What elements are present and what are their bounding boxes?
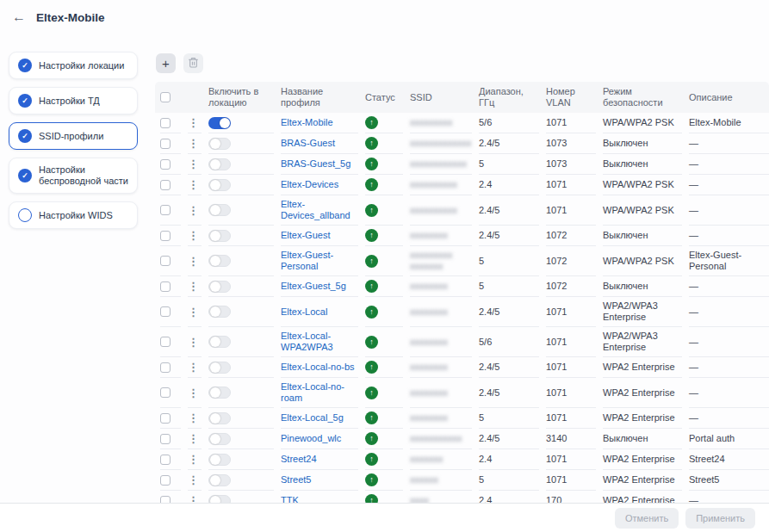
row-checkbox[interactable] <box>160 434 171 444</box>
table-row: ⋮Street24↑xxxxxxx2.41071WPA2 EnterpriseS… <box>155 449 769 470</box>
enable-in-location-toggle[interactable] <box>208 433 231 445</box>
profile-name-link[interactable]: Eltex-Mobile <box>281 117 333 128</box>
profile-name-link[interactable]: Eltex-Local-no-roam <box>281 381 358 404</box>
ssid-value-redacted: xxxxxxxxxxx <box>410 433 462 444</box>
row-checkbox[interactable] <box>160 362 171 373</box>
apply-button[interactable]: Применить <box>685 508 755 529</box>
profile-name-link[interactable]: Eltex-Local_5g <box>281 412 344 424</box>
status-up-icon: ↑ <box>365 137 378 150</box>
row-menu-icon[interactable]: ⋮ <box>188 362 199 373</box>
enable-in-location-toggle[interactable] <box>208 204 231 216</box>
profile-name-link[interactable]: Eltex-Local-WPA2WPA3 <box>281 331 358 353</box>
description-value: — <box>689 378 769 408</box>
row-checkbox[interactable] <box>160 455 171 465</box>
row-menu-icon[interactable]: ⋮ <box>188 205 199 216</box>
row-menu-icon[interactable]: ⋮ <box>188 433 199 444</box>
enable-in-location-toggle[interactable] <box>208 454 231 466</box>
profile-name-link[interactable]: Street5 <box>281 474 311 486</box>
enable-in-location-toggle[interactable] <box>208 412 231 424</box>
row-checkbox[interactable] <box>160 118 171 128</box>
band-value: 5 <box>479 246 539 276</box>
enable-in-location-toggle[interactable] <box>208 362 231 374</box>
profile-name-link[interactable]: Eltex-Guest-Personal <box>281 250 358 272</box>
profile-name-link[interactable]: Eltex-Devices_allband <box>281 199 358 221</box>
profile-name-link[interactable]: Pinewood_wlc <box>281 433 341 444</box>
ssid-value-redacted: xxxxxx <box>410 474 438 486</box>
band-value: 2.4/5 <box>479 429 539 449</box>
enable-in-location-toggle[interactable] <box>208 387 231 399</box>
enable-in-location-toggle[interactable] <box>208 230 231 242</box>
select-all-checkbox[interactable] <box>160 92 171 102</box>
profile-name-link[interactable]: Eltex-Devices <box>281 179 338 190</box>
toggle-knob <box>210 455 220 465</box>
row-menu-icon[interactable]: ⋮ <box>188 230 199 241</box>
enable-in-location-toggle[interactable] <box>208 255 231 267</box>
toggle-knob <box>210 413 220 424</box>
profile-name-link[interactable]: Eltex-Local-no-bs <box>281 362 355 373</box>
enable-in-location-toggle[interactable] <box>208 138 231 150</box>
ssid-value-redacted: xxxxxxx <box>410 454 443 465</box>
column-vlan: Номер VLAN <box>546 82 596 113</box>
row-checkbox[interactable] <box>160 159 171 170</box>
vlan-value: 1071 <box>546 357 596 378</box>
profile-name-link[interactable]: Eltex-Guest <box>281 230 330 241</box>
ssid-value-redacted: xxxxxxxx <box>410 387 448 399</box>
profile-name-link[interactable]: BRAS-Guest_5g <box>281 158 350 170</box>
ssid-value-redacted: xxxxxxxxx <box>410 117 453 128</box>
sidebar-step-label: Настройки ТД <box>39 96 100 107</box>
enable-in-location-toggle[interactable] <box>208 474 231 486</box>
row-menu-icon[interactable]: ⋮ <box>188 474 199 486</box>
enable-in-location-toggle[interactable] <box>208 336 231 348</box>
row-menu-icon[interactable]: ⋮ <box>188 158 199 170</box>
security-mode-value: Выключен <box>603 154 682 175</box>
row-menu-icon[interactable]: ⋮ <box>188 117 199 128</box>
row-checkbox[interactable] <box>160 231 171 241</box>
enable-in-location-toggle[interactable] <box>208 306 231 318</box>
status-up-icon: ↑ <box>365 229 378 242</box>
row-menu-icon[interactable]: ⋮ <box>188 179 199 190</box>
profile-name-link[interactable]: Eltex-Guest_5g <box>281 281 346 292</box>
sidebar-step-2[interactable]: ✓Настройки ТД <box>9 87 138 114</box>
vlan-value: 3140 <box>546 429 596 449</box>
band-value: 5 <box>479 470 539 491</box>
enable-in-location-toggle[interactable] <box>208 281 231 293</box>
row-menu-icon[interactable]: ⋮ <box>188 387 199 399</box>
row-menu-icon[interactable]: ⋮ <box>188 256 199 267</box>
sidebar-step-3[interactable]: ✓SSID-профили <box>9 122 138 150</box>
add-profile-button[interactable]: + <box>156 53 176 73</box>
row-checkbox[interactable] <box>160 139 171 149</box>
row-checkbox[interactable] <box>160 387 171 398</box>
row-checkbox[interactable] <box>160 306 171 317</box>
row-menu-icon[interactable]: ⋮ <box>188 306 199 318</box>
enable-in-location-toggle[interactable] <box>208 158 231 170</box>
cancel-button[interactable]: Отменить <box>615 508 679 529</box>
profile-name-link[interactable]: BRAS-Guest <box>281 138 335 149</box>
sidebar-step-1[interactable]: ✓Настройки локации <box>9 52 138 79</box>
row-checkbox[interactable] <box>160 281 171 292</box>
profile-name-link[interactable]: Eltex-Local <box>281 306 327 318</box>
row-checkbox[interactable] <box>160 475 171 486</box>
row-checkbox[interactable] <box>160 256 171 266</box>
toggle-knob <box>210 180 220 190</box>
column-menu <box>188 82 202 113</box>
row-checkbox[interactable] <box>160 337 171 347</box>
row-menu-icon[interactable]: ⋮ <box>188 454 199 465</box>
vlan-value: 1071 <box>546 195 596 226</box>
row-checkbox[interactable] <box>160 180 171 190</box>
profile-name-link[interactable]: Street24 <box>281 454 317 465</box>
security-mode-value: Выключен <box>603 276 682 297</box>
row-checkbox[interactable] <box>160 413 171 424</box>
sidebar-step-4[interactable]: ✓Настройки беспроводной части <box>9 158 138 194</box>
row-menu-icon[interactable]: ⋮ <box>188 412 199 424</box>
delete-profile-button[interactable] <box>183 53 203 73</box>
row-checkbox[interactable] <box>160 205 171 215</box>
row-menu-icon[interactable]: ⋮ <box>188 337 199 348</box>
row-menu-icon[interactable]: ⋮ <box>188 138 199 149</box>
status-up-icon: ↑ <box>365 361 378 374</box>
back-arrow-icon[interactable]: ← <box>12 10 26 24</box>
sidebar-step-5[interactable]: Настройки WIDS <box>9 201 138 229</box>
row-menu-icon[interactable]: ⋮ <box>188 281 199 292</box>
enable-in-location-toggle[interactable] <box>208 117 231 129</box>
ssid-value-redacted: xxxxxxxxxxxx <box>410 158 467 170</box>
enable-in-location-toggle[interactable] <box>208 179 231 191</box>
